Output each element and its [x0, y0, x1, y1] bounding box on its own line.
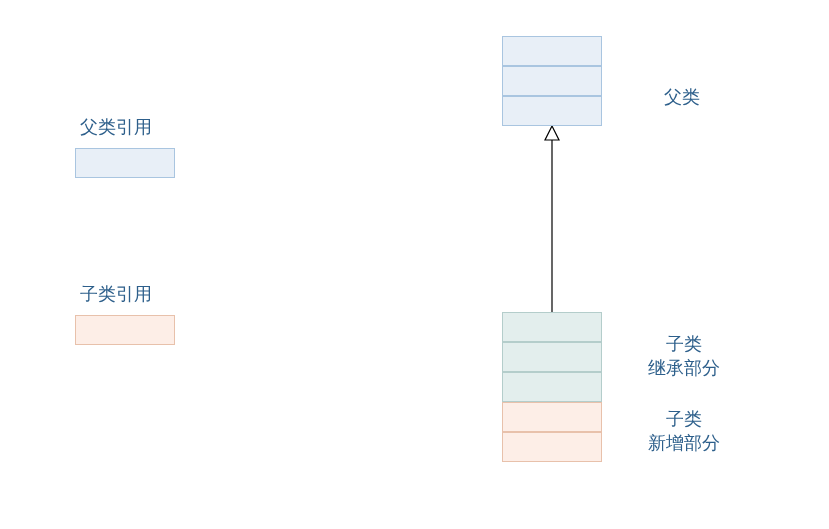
child-new-row-1 [502, 402, 602, 432]
parent-reference-label: 父类引用 [80, 115, 152, 139]
child-inherit-label: 子类 继承部分 [648, 332, 720, 381]
parent-class-label: 父类 [664, 85, 700, 109]
inheritance-arrow-icon [542, 126, 562, 316]
child-inherit-row-1 [502, 312, 602, 342]
parent-class-row-3 [502, 96, 602, 126]
child-inherit-row-2 [502, 342, 602, 372]
parent-reference-box [75, 148, 175, 178]
child-reference-box [75, 315, 175, 345]
svg-marker-1 [545, 126, 559, 140]
parent-class-row-2 [502, 66, 602, 96]
child-inherit-row-3 [502, 372, 602, 402]
child-new-row-2 [502, 432, 602, 462]
parent-class-row-1 [502, 36, 602, 66]
child-new-label: 子类 新增部分 [648, 407, 720, 456]
child-reference-label: 子类引用 [80, 282, 152, 306]
